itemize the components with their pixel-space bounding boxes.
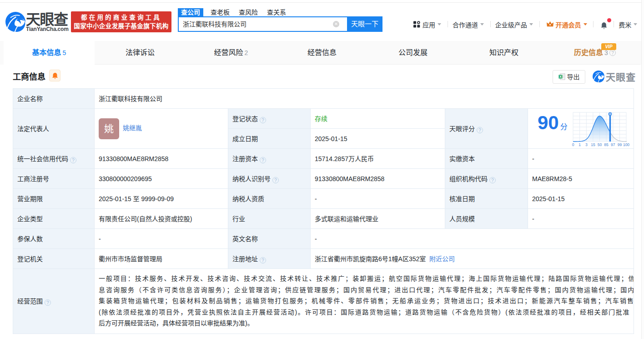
svg-text:99: 99 — [618, 142, 622, 147]
svg-text:15: 15 — [591, 142, 595, 147]
svg-text:100: 100 — [623, 142, 629, 147]
svg-text:97: 97 — [611, 142, 615, 147]
svg-text:1: 1 — [579, 142, 581, 147]
svg-text:3: 3 — [585, 142, 588, 147]
svg-text:85: 85 — [604, 142, 609, 147]
svg-text:0: 0 — [572, 142, 574, 147]
svg-text:X: X — [559, 75, 561, 79]
svg-text:50: 50 — [598, 142, 602, 147]
